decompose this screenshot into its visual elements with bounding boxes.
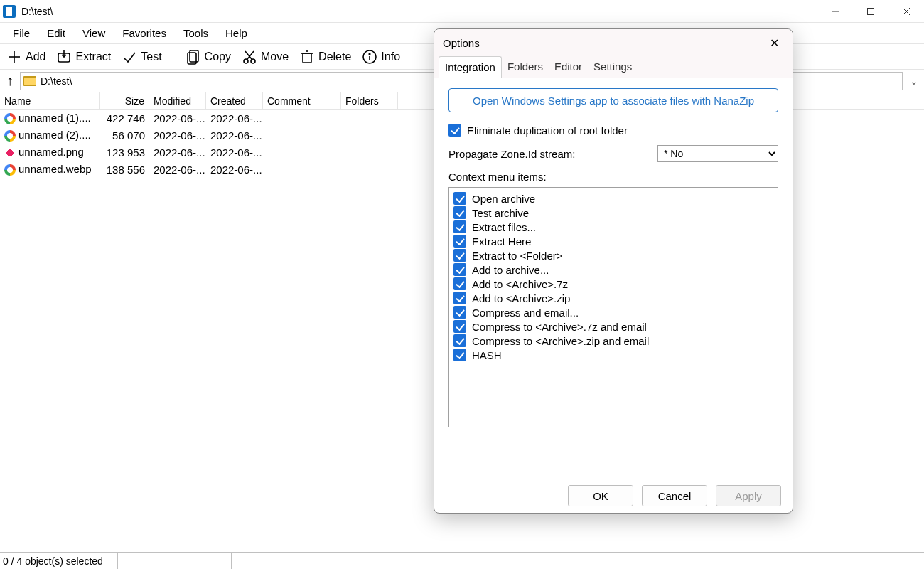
context-item-label: Extract Here bbox=[472, 235, 531, 248]
context-menu-item[interactable]: Extract Here bbox=[453, 235, 773, 248]
context-item-label: Compress and email... bbox=[472, 307, 579, 319]
add-label: Add bbox=[26, 50, 45, 63]
col-created[interactable]: Created bbox=[206, 92, 263, 109]
add-button[interactable]: Add bbox=[3, 47, 48, 67]
window-title: D:\test\ bbox=[21, 6, 53, 17]
context-menu-item[interactable]: Add to archive... bbox=[453, 263, 773, 276]
info-button[interactable]: Info bbox=[358, 47, 403, 67]
extract-icon bbox=[55, 48, 72, 65]
menu-file[interactable]: File bbox=[4, 24, 38, 42]
file-size: 422 746 bbox=[100, 112, 149, 124]
extract-button[interactable]: Extract bbox=[53, 47, 114, 67]
file-size: 138 556 bbox=[100, 164, 149, 176]
context-item-checkbox[interactable] bbox=[453, 277, 466, 290]
tab-editor[interactable]: Editor bbox=[549, 56, 588, 78]
propagate-select[interactable]: * No bbox=[657, 145, 778, 162]
tab-folders[interactable]: Folders bbox=[502, 56, 549, 78]
test-button[interactable]: Test bbox=[118, 47, 164, 67]
context-item-label: Open archive bbox=[472, 193, 535, 205]
associate-files-button[interactable]: Open Windows Settings app to associate f… bbox=[448, 88, 778, 112]
file-icon bbox=[4, 113, 16, 124]
eliminate-dup-checkbox[interactable] bbox=[448, 124, 461, 137]
context-item-checkbox[interactable] bbox=[453, 306, 466, 319]
svg-rect-13 bbox=[303, 53, 311, 63]
copy-button[interactable]: Copy bbox=[182, 47, 234, 67]
move-button[interactable]: Move bbox=[238, 47, 291, 67]
menu-favorites[interactable]: Favorites bbox=[114, 24, 175, 42]
context-menu-item[interactable]: HASH bbox=[453, 349, 773, 361]
context-item-label: Add to <Archive>.7z bbox=[472, 278, 568, 290]
svg-rect-1 bbox=[868, 8, 874, 14]
context-menu-item[interactable]: Extract files... bbox=[453, 220, 773, 233]
svg-point-9 bbox=[244, 59, 248, 63]
context-menu-item[interactable]: Add to <Archive>.7z bbox=[453, 277, 773, 290]
context-item-checkbox[interactable] bbox=[453, 349, 466, 361]
copy-label: Copy bbox=[205, 50, 231, 63]
file-modified: 2022-06-... bbox=[149, 147, 206, 159]
up-button[interactable]: ↑ bbox=[0, 70, 20, 92]
menu-edit[interactable]: Edit bbox=[38, 24, 74, 42]
context-menu-label: Context menu items: bbox=[448, 171, 778, 183]
context-menu-item[interactable]: Compress and email... bbox=[453, 306, 773, 319]
svg-point-10 bbox=[251, 59, 255, 63]
col-folders[interactable]: Folders bbox=[341, 92, 398, 109]
context-item-checkbox[interactable] bbox=[453, 263, 466, 276]
context-menu-item[interactable]: Add to <Archive>.zip bbox=[453, 292, 773, 304]
context-menu-item[interactable]: Compress to <Archive>.7z and email bbox=[453, 320, 773, 333]
file-name: unnamed (1).... bbox=[18, 112, 91, 124]
context-menu-item[interactable]: Test archive bbox=[453, 206, 773, 219]
options-dialog: Options ✕ Integration Folders Editor Set… bbox=[434, 28, 793, 514]
cancel-button[interactable]: Cancel bbox=[642, 485, 707, 506]
tab-integration[interactable]: Integration bbox=[439, 56, 502, 78]
context-item-checkbox[interactable] bbox=[453, 206, 466, 219]
app-icon bbox=[3, 5, 16, 18]
maximize-button[interactable] bbox=[853, 0, 888, 23]
file-modified: 2022-06-... bbox=[149, 112, 206, 124]
file-modified: 2022-06-... bbox=[149, 129, 206, 142]
file-name: unnamed.png bbox=[18, 146, 84, 158]
col-modified[interactable]: Modified bbox=[149, 92, 206, 109]
col-comment[interactable]: Comment bbox=[263, 92, 341, 109]
context-item-checkbox[interactable] bbox=[453, 249, 466, 262]
context-item-label: Add to archive... bbox=[472, 264, 549, 276]
file-created: 2022-06-... bbox=[206, 112, 263, 124]
context-item-label: Compress to <Archive>.zip and email bbox=[472, 335, 649, 347]
context-item-checkbox[interactable] bbox=[453, 192, 466, 205]
eliminate-dup-label: Eliminate duplication of root folder bbox=[467, 124, 628, 137]
plus-icon bbox=[6, 48, 23, 65]
col-name[interactable]: Name bbox=[0, 92, 100, 109]
file-created: 2022-06-... bbox=[206, 147, 263, 159]
context-menu-item[interactable]: Open archive bbox=[453, 192, 773, 205]
dialog-close-button[interactable]: ✕ bbox=[764, 33, 784, 53]
minimize-button[interactable] bbox=[817, 0, 853, 23]
context-menu-item[interactable]: Extract to <Folder> bbox=[453, 249, 773, 262]
info-icon bbox=[361, 48, 378, 65]
context-item-checkbox[interactable] bbox=[453, 334, 466, 347]
dialog-title: Options bbox=[443, 37, 480, 49]
menu-tools[interactable]: Tools bbox=[175, 24, 217, 42]
context-menu-list[interactable]: Open archiveTest archiveExtract files...… bbox=[448, 187, 778, 427]
context-item-label: Add to <Archive>.zip bbox=[472, 292, 570, 304]
file-name: unnamed (2).... bbox=[18, 129, 91, 141]
col-size[interactable]: Size bbox=[100, 92, 149, 109]
context-item-checkbox[interactable] bbox=[453, 292, 466, 304]
address-dropdown[interactable]: ⌄ bbox=[907, 75, 921, 87]
context-item-checkbox[interactable] bbox=[453, 235, 466, 248]
propagate-label: Propagate Zone.Id stream: bbox=[448, 148, 575, 160]
info-label: Info bbox=[381, 50, 400, 63]
menu-view[interactable]: View bbox=[74, 24, 114, 42]
context-item-checkbox[interactable] bbox=[453, 320, 466, 333]
delete-button[interactable]: Delete bbox=[296, 47, 354, 67]
context-item-label: HASH bbox=[472, 349, 502, 361]
folder-icon bbox=[23, 76, 36, 86]
apply-button[interactable]: Apply bbox=[716, 485, 781, 506]
context-item-checkbox[interactable] bbox=[453, 220, 466, 233]
context-item-label: Test archive bbox=[472, 207, 529, 219]
close-button[interactable] bbox=[888, 0, 924, 23]
test-label: Test bbox=[141, 50, 161, 63]
menu-help[interactable]: Help bbox=[217, 24, 256, 42]
tab-settings[interactable]: Settings bbox=[588, 56, 638, 78]
ok-button[interactable]: OK bbox=[568, 485, 633, 506]
context-menu-item[interactable]: Compress to <Archive>.zip and email bbox=[453, 334, 773, 347]
trash-icon bbox=[299, 48, 316, 65]
